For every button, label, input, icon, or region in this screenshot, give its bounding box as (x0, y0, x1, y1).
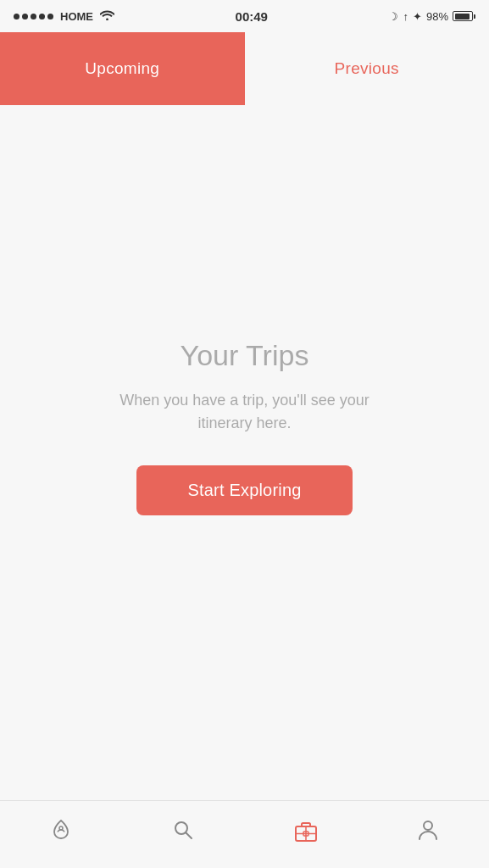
status-right: ☽ ↑ ✦ 98% (388, 10, 475, 23)
status-left: HOME (14, 9, 114, 23)
status-bar: HOME 00:49 ☽ ↑ ✦ 98% (0, 0, 489, 32)
trips-icon (292, 815, 320, 848)
tab-previous-label: Previous (335, 59, 399, 78)
bottom-nav (0, 800, 489, 868)
trips-description: When you have a trip, you'll see your it… (118, 389, 372, 435)
svg-point-0 (59, 826, 63, 830)
battery-icon (453, 11, 475, 21)
location-icon: ↑ (403, 10, 408, 23)
tab-previous[interactable]: Previous (245, 32, 490, 105)
svg-point-8 (424, 821, 432, 830)
svg-rect-4 (302, 823, 310, 826)
signal-dots (14, 14, 53, 19)
wifi-icon (100, 9, 114, 23)
home-icon (48, 817, 74, 846)
nav-item-search[interactable] (158, 806, 208, 857)
bluetooth-icon: ✦ (413, 10, 422, 23)
nav-item-home[interactable] (36, 806, 86, 857)
status-time: 00:49 (236, 9, 268, 24)
profile-icon (415, 817, 441, 846)
tab-upcoming-label: Upcoming (85, 59, 159, 78)
start-exploring-button[interactable]: Start Exploring (136, 465, 352, 515)
trips-title: Your Trips (181, 339, 309, 372)
carrier-label: HOME (60, 10, 93, 23)
main-content: Your Trips When you have a trip, you'll … (0, 105, 489, 800)
tab-upcoming[interactable]: Upcoming (0, 32, 245, 105)
svg-line-2 (186, 832, 192, 838)
nav-item-trips[interactable] (281, 806, 331, 857)
battery-percent: 98% (426, 10, 448, 23)
moon-icon: ☽ (388, 10, 398, 23)
nav-item-profile[interactable] (403, 806, 453, 857)
top-tabs: Upcoming Previous (0, 32, 489, 105)
search-icon (170, 817, 196, 846)
